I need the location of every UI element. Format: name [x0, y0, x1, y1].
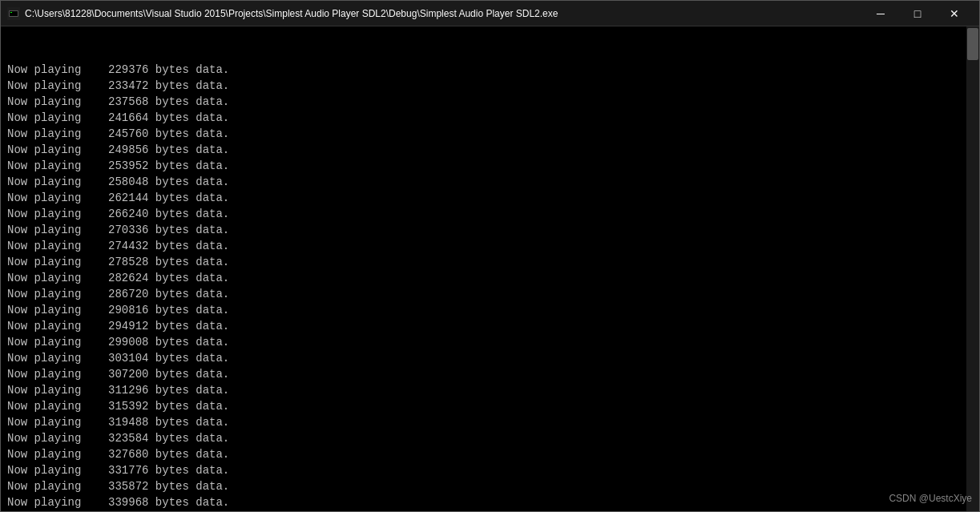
- app-icon: [7, 7, 20, 20]
- content-area: Now playing 229376 bytes data.Now playin…: [1, 26, 979, 511]
- console-line: Now playing 315392 bytes data.: [7, 398, 960, 414]
- close-button[interactable]: ✕: [936, 1, 973, 26]
- window-title: C:\Users\81228\Documents\Visual Studio 2…: [25, 8, 856, 19]
- window-controls: ─ □ ✕: [862, 1, 973, 26]
- console-line: Now playing 229376 bytes data.: [7, 62, 960, 78]
- console-line: Now playing 303104 bytes data.: [7, 350, 960, 366]
- window: C:\Users\81228\Documents\Visual Studio 2…: [0, 0, 980, 512]
- console-line: Now playing 274432 bytes data.: [7, 238, 960, 254]
- console-output: Now playing 229376 bytes data.Now playin…: [1, 26, 966, 511]
- svg-rect-2: [10, 11, 18, 16]
- console-line: Now playing 245760 bytes data.: [7, 126, 960, 142]
- console-line: Now playing 258048 bytes data.: [7, 174, 960, 190]
- console-line: Now playing 339968 bytes data.: [7, 494, 960, 510]
- console-line: Now playing 270336 bytes data.: [7, 222, 960, 238]
- console-line: Now playing 307200 bytes data.: [7, 366, 960, 382]
- console-line: Now playing 233472 bytes data.: [7, 78, 960, 94]
- console-line: Now playing 237568 bytes data.: [7, 94, 960, 110]
- maximize-button[interactable]: □: [899, 1, 936, 26]
- console-line: Now playing 266240 bytes data.: [7, 206, 960, 222]
- minimize-button[interactable]: ─: [862, 1, 899, 26]
- console-line: Now playing 319488 bytes data.: [7, 414, 960, 430]
- scrollbar[interactable]: [966, 26, 979, 511]
- console-line: Now playing 335872 bytes data.: [7, 478, 960, 494]
- console-line: Now playing 241664 bytes data.: [7, 110, 960, 126]
- console-line: Now playing 278528 bytes data.: [7, 254, 960, 270]
- console-line: Now playing 327680 bytes data.: [7, 446, 960, 462]
- watermark: CSDN @UestcXiye: [889, 493, 972, 504]
- console-line: Now playing 299008 bytes data.: [7, 334, 960, 350]
- title-bar: C:\Users\81228\Documents\Visual Studio 2…: [1, 1, 979, 26]
- console-line: Now playing 290816 bytes data.: [7, 302, 960, 318]
- console-line: Now playing 249856 bytes data.: [7, 142, 960, 158]
- console-line: Now playing 286720 bytes data.: [7, 286, 960, 302]
- console-line: Now playing 344064 bytes data.: [7, 510, 960, 511]
- scrollbar-thumb[interactable]: [967, 28, 978, 60]
- console-line: Now playing 253952 bytes data.: [7, 158, 960, 174]
- console-line: Now playing 294912 bytes data.: [7, 318, 960, 334]
- svg-rect-3: [10, 12, 12, 13]
- console-line: Now playing 311296 bytes data.: [7, 382, 960, 398]
- console-line: Now playing 282624 bytes data.: [7, 270, 960, 286]
- console-line: Now playing 323584 bytes data.: [7, 430, 960, 446]
- console-line: Now playing 262144 bytes data.: [7, 190, 960, 206]
- console-line: Now playing 331776 bytes data.: [7, 462, 960, 478]
